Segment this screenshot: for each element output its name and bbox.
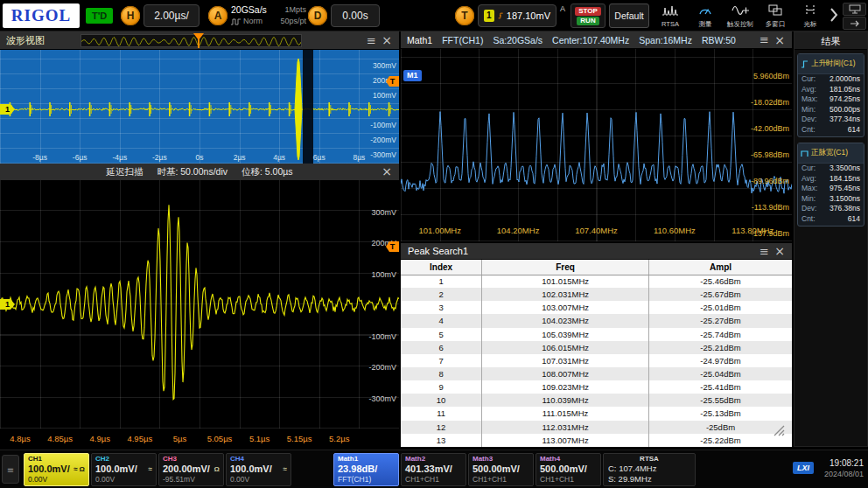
external-button[interactable] [843,17,866,30]
table-cell: -25.74dBm [649,328,792,341]
toolbar-button-rtsa[interactable]: RTSA [653,2,688,30]
measurement-label: Avg: [802,174,816,185]
timebase-display[interactable]: 2.00µs/ [144,4,200,27]
main-waveform-area[interactable]: 300mV200mV100mV-100mV-200mV-300mV -8µs-6… [0,50,399,164]
menu-icon[interactable]: ≡ [760,243,769,260]
toolbar-button-multi-window[interactable]: 多窗口 [758,2,793,30]
table-cell: -25.41dBm [649,380,792,394]
table-row[interactable]: 11111.015MHz-25.13dBm [401,407,792,420]
ac-coupling-icon: ≈ [74,464,77,475]
table-row[interactable]: 7107.031MHz-24.97dBm [401,354,792,367]
clock: 19:08:21 2024/08/01 [824,457,864,479]
waveform-overview-strip[interactable] [80,34,302,47]
waveform-view-window: 波形视图 ≡ × 300mV200mV100mV-100mV-200mV-300… [0,31,399,447]
spectrum-area[interactable]: M1 5.960dBm-18.02dBm-42.00dBm-65.98dBm-8… [401,49,792,241]
trigger-settings[interactable]: 1 187.10mV [478,4,556,27]
table-cell: -25.13dBm [649,407,792,420]
delay-display[interactable]: 0.00s [331,4,380,27]
measurement-label: Cnt: [802,214,816,225]
table-row[interactable]: 4104.023MHz-25.27dBm [401,314,792,327]
zoom-waveform-area[interactable]: 300mV200mV100mV-100mV-200mV-300mV 4.8µs4… [0,180,399,447]
time-display: 19:08:21 [824,457,864,469]
collapse-tab[interactable]: ≡ [2,455,19,484]
axis-label: 5.05µs [207,434,233,443]
fft-title: Math1FFT(CH1)Sa:20GSa/sCenter:107.40MHzS… [407,31,736,49]
rise-time-icon [801,56,808,72]
table-row[interactable]: 2102.031MHz-25.67dBm [401,288,792,301]
table-cell: -25.04dBm [649,367,792,380]
toolbar-button-trigger-control[interactable]: 触发控制 [723,2,758,30]
channel-status-box-ch3[interactable]: CH3200.00mV/Ω-95.51mV [158,453,224,486]
rtsa-status-box[interactable]: RTSA C: 107.4MHz S: 29.9MHz [603,453,696,486]
table-row[interactable]: 9109.023MHz-25.41dBm [401,380,792,394]
fft-trace [401,49,792,241]
resize-handle-icon[interactable] [774,424,785,440]
status-box-offset: -95.51mV [163,475,220,485]
toolbar-button-measure[interactable]: 测量 [688,2,723,30]
channel-status-box-ch2[interactable]: CH2100.0mV/≈0.00V [91,453,157,486]
close-icon[interactable]: × [382,164,392,180]
status-box-offset: 0.00V [28,475,85,485]
measurement-card[interactable]: 正脉宽(C1)Cur:3.3500nsAvg:184.15nsMax:975.4… [797,143,864,227]
measurement-cards: 上升时间(C1)Cur:2.0000nsAvg:181.05nsMax:974.… [794,50,867,235]
default-button[interactable]: Default [609,3,649,28]
math-status-box-math1[interactable]: Math123.98dB/FFT(CH1) [333,453,399,486]
toolbar-button-label: RTSA [662,20,679,28]
measurement-value: 614 [848,214,860,225]
close-icon[interactable]: × [774,243,785,260]
peak-table: IndexFreqAmpl 1101.015MHz-25.46dBm2102.0… [401,260,792,447]
menu-icon[interactable]: ≡ [760,31,769,49]
menu-icon[interactable]: ≡ [367,31,376,50]
measurement-value: 614 [848,125,860,136]
axis-label: 4.9µs [89,434,109,443]
table-row[interactable]: 12112.031MHz-25dBm [401,421,792,434]
delayed-sweep-title: 延迟扫描 [106,166,143,178]
fft-title-item: Span:16MHz [639,31,692,49]
fft-window: Math1FFT(CH1)Sa:20GSa/sCenter:107.40MHzS… [401,31,792,241]
table-row[interactable]: 10110.039MHz-25.55dBm [401,394,792,407]
table-row[interactable]: 8108.007MHz-25.04dBm [401,367,792,380]
horizontal-knob[interactable]: H [121,6,140,25]
acquisition-info[interactable]: 20GSa/s 1Mpts Norm 50ps/pt [231,4,306,27]
chevron-right-icon[interactable] [830,7,840,24]
table-cell: 9 [401,380,482,394]
measurement-label: Min: [802,105,816,115]
trigger-position-marker[interactable] [198,33,200,48]
acq-mode: Norm [231,16,275,27]
table-cell: -24.97dBm [649,354,792,367]
table-row[interactable]: 1101.015MHz-25.46dBm [401,275,792,288]
stop-run-button[interactable]: STOP RUN [570,3,606,28]
table-row[interactable]: 6106.015MHz-25.21dBm [401,341,792,354]
close-icon[interactable]: × [774,31,785,49]
trigger-source-badge: 1 [484,10,494,22]
date-display: 2024/08/01 [824,469,864,479]
status-box-scale: 500.00mV/ [540,464,587,475]
measurement-row: Avg:184.15ns [798,174,864,185]
toolbar-button-label: 测量 [699,20,712,29]
table-row[interactable]: 5105.039MHz-25.74dBm [401,328,792,341]
measurement-card[interactable]: 上升时间(C1)Cur:2.0000nsAvg:181.05nsMax:974.… [797,53,864,137]
m1-marker[interactable]: M1 [403,70,422,81]
delayed-sweep-titlebar: 延迟扫描 时基: 50.00ns/div 位移: 5.00µs × [0,164,399,180]
axis-label: 4.85µs [47,434,73,443]
multi-window-icon [768,3,782,19]
close-icon[interactable]: × [382,31,392,50]
channel-status-box-ch1[interactable]: CH1100.0mV/≈Ω0.00V [24,453,89,486]
status-box-offset: 0.00V [230,475,287,485]
table-cell: 2 [401,288,482,301]
table-row[interactable]: 3103.007MHz-25.01dBm [401,301,792,314]
math-status-box-math2[interactable]: Math2401.33mV/CH1+CH1 [401,453,466,486]
trigger-knob[interactable]: T [455,6,474,25]
trigger-aux: A [560,4,565,13]
delay-knob[interactable]: D [308,6,327,25]
table-row[interactable]: 13113.007MHz-25.22dBm [401,434,792,447]
math-status-box-math3[interactable]: Math3500.00mV/CH1+CH1 [468,453,534,486]
toolbar-button-cursor[interactable]: 光标 [793,2,828,30]
screen-button[interactable] [843,3,866,16]
channel-status-box-ch4[interactable]: CH4100.0mV/≈0.00V [226,453,291,486]
math-status-box-math4[interactable]: Math4500.00mV/CH1+CH1 [536,453,601,486]
coupling-icons: Ω [214,464,220,475]
acquire-knob[interactable]: A [208,6,228,25]
toolbar-button-label: 光标 [804,20,817,29]
bottom-status-bar: ≡ CH1100.0mV/≈Ω0.00VCH2100.0mV/≈0.00VCH3… [0,450,868,488]
